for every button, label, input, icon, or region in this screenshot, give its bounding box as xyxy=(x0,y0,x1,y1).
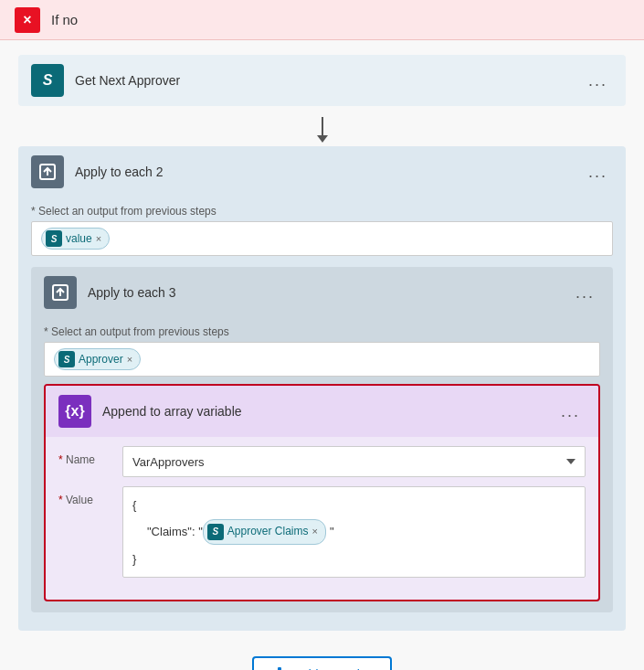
append-array-body: * Name VarApprovers xyxy=(46,437,598,600)
add-action-icon xyxy=(270,665,289,670)
approver-token-sp-icon: S xyxy=(64,355,70,365)
get-next-approver-icon: S xyxy=(31,64,64,97)
add-action-area: Add an action xyxy=(18,638,626,670)
name-select-value: VarApprovers xyxy=(132,455,205,469)
add-action-svg xyxy=(270,665,289,670)
value-token-chip: S value × xyxy=(41,228,110,250)
apply-each-3-ellipsis[interactable]: ... xyxy=(570,282,600,304)
value-open-brace: { xyxy=(132,495,136,516)
append-array-icon: {x} xyxy=(58,395,91,428)
approver-token-icon: S xyxy=(58,351,75,367)
append-array-card: {x} Append to array variable ... * Name xyxy=(44,384,600,601)
append-array-ellipsis[interactable]: ... xyxy=(555,400,586,423)
value-line-2: "Claims": " S Approver Claims × xyxy=(132,519,575,545)
apply-each-3-field-label: * Select an output from previous steps xyxy=(44,325,600,338)
apply-each-2-ellipsis[interactable]: ... xyxy=(583,161,613,184)
approver-token-close[interactable]: × xyxy=(127,354,132,365)
apply-each-2-field-label: * Select an output from previous steps xyxy=(31,205,613,218)
value-token-icon: S xyxy=(46,230,62,247)
arrow-head xyxy=(317,135,328,143)
append-array-header: {x} Append to array variable ... xyxy=(46,386,598,437)
approver-claims-sp-icon: S xyxy=(212,524,218,540)
apply-each-2-title: Apply to each 2 xyxy=(75,165,583,179)
append-array-title: Append to array variable xyxy=(102,404,555,419)
value-line-1: { xyxy=(132,495,575,516)
get-next-approver-header: S Get Next Approver ... xyxy=(18,55,626,106)
apply-each-3-title: Apply to each 3 xyxy=(88,285,570,300)
value-claims-key: "Claims": " xyxy=(147,521,203,542)
apply-each-3-icon xyxy=(44,276,77,309)
loop-icon xyxy=(37,162,58,182)
get-next-approver-card: S Get Next Approver ... xyxy=(18,55,626,106)
sharepoint-s-icon: S xyxy=(43,72,53,89)
approver-claims-label: Approver Claims xyxy=(227,522,309,542)
value-line-3: } xyxy=(132,548,575,569)
close-icon: × xyxy=(23,13,31,27)
name-select[interactable]: VarApprovers xyxy=(122,446,586,477)
value-suffix: " xyxy=(330,521,334,542)
apply-each-2-body: * Select an output from previous steps S… xyxy=(18,197,626,267)
value-field-content: { "Claims": " S xyxy=(122,486,586,578)
get-next-approver-ellipsis[interactable]: ... xyxy=(583,69,613,92)
value-token-sp-icon: S xyxy=(51,234,58,244)
apply-each-2-header: Apply to each 2 ... xyxy=(18,146,626,197)
apply-each-3-header: Apply to each 3 ... xyxy=(31,267,613,318)
arrow-line xyxy=(322,117,323,135)
main-content: S Get Next Approver ... Apply to each 2 … xyxy=(0,40,644,670)
approver-token-label: Approver xyxy=(79,353,123,366)
apply-each-2-input[interactable]: S value × xyxy=(31,221,613,256)
name-field-content: VarApprovers xyxy=(122,446,586,477)
value-field-label: * Value xyxy=(58,486,122,506)
apply-each-3-input[interactable]: S Approver × xyxy=(44,342,600,377)
approver-claims-token: S Approver Claims × xyxy=(203,519,326,545)
if-no-title: If no xyxy=(51,12,78,27)
add-action-button[interactable]: Add an action xyxy=(252,656,393,670)
chevron-down-icon xyxy=(566,459,575,464)
name-field-label: * Name xyxy=(58,446,122,466)
fx-icon: {x} xyxy=(65,403,84,420)
loop-icon-2 xyxy=(50,282,70,303)
arrow-down xyxy=(317,117,328,143)
apply-each-2-section: Apply to each 2 ... * Select an output f… xyxy=(18,146,626,631)
approver-claims-close[interactable]: × xyxy=(312,523,318,541)
get-next-approver-title: Get Next Approver xyxy=(75,73,583,88)
apply-each-3-wrapper: Apply to each 3 ... * Select an output f… xyxy=(18,267,626,631)
value-required-star: * xyxy=(58,494,63,506)
value-input-box[interactable]: { "Claims": " S xyxy=(122,486,586,578)
value-token-label: value xyxy=(66,232,92,245)
value-token-close[interactable]: × xyxy=(96,233,101,244)
apply-each-2-icon xyxy=(31,155,64,188)
close-button[interactable]: × xyxy=(15,7,40,33)
approver-token-chip: S Approver × xyxy=(54,348,141,370)
value-close-brace: } xyxy=(132,548,136,569)
value-field-row: * Value { "Claims": " xyxy=(58,486,586,578)
arrow-connector xyxy=(18,113,626,146)
apply-each-3-section: Apply to each 3 ... * Select an output f… xyxy=(31,267,613,612)
name-required-star: * xyxy=(58,453,63,466)
if-no-header: × If no xyxy=(0,0,644,40)
name-field-row: * Name VarApprovers xyxy=(58,446,586,477)
apply-each-3-body: * Select an output from previous steps S… xyxy=(31,318,613,612)
approver-claims-icon: S xyxy=(207,524,224,540)
